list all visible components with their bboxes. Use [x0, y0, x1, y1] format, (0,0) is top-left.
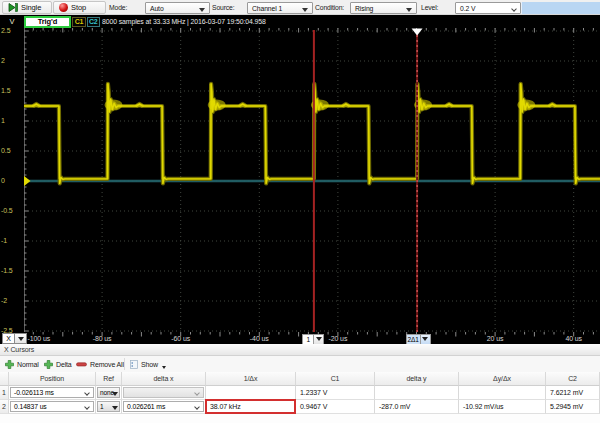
- plus-icon: [5, 360, 14, 369]
- header-rowlabel: [0, 372, 9, 386]
- source-value: Channel 1: [252, 5, 282, 12]
- stop-button-label: Stop: [71, 3, 86, 12]
- waveform-canvas[interactable]: [24, 28, 600, 344]
- stop-button[interactable]: Stop: [53, 1, 106, 14]
- add-delta-cursor-button[interactable]: Delta: [44, 358, 72, 370]
- header-delta-y[interactable]: delta y: [375, 372, 459, 386]
- mode-label: Mode:: [109, 4, 127, 11]
- row1-ref-select[interactable]: none: [97, 387, 120, 398]
- chevron-down-icon: [422, 337, 428, 341]
- y-axis-tick-label: -0.5: [1, 207, 23, 215]
- x-cursors-panel: X Cursors Normal Delta Remove All: [0, 344, 600, 423]
- row2-c2-cell: 5.2945 mV: [546, 400, 600, 414]
- chevron-down-icon: [316, 337, 322, 341]
- show-menu-label: Show: [141, 361, 158, 368]
- x-axis-tick-label: -40 us: [229, 335, 289, 343]
- cursor-tag-1[interactable]: 1: [302, 334, 324, 345]
- row2-ref-select[interactable]: 1: [97, 401, 120, 412]
- header-delta-x[interactable]: delta x: [122, 372, 206, 386]
- show-columns-icon: [130, 360, 138, 369]
- header-dydx[interactable]: Δy/Δx: [459, 372, 546, 386]
- mode-select[interactable]: Auto: [145, 2, 210, 14]
- cursor-tag-2Δ1[interactable]: 2Δ1: [406, 334, 431, 345]
- cursor-row-1: 1 -0.026113 ms none: [0, 386, 600, 400]
- level-input[interactable]: 0.2 V: [455, 2, 521, 14]
- row2-position-input[interactable]: 0.14837 us: [10, 401, 94, 412]
- source-select[interactable]: Channel 1: [247, 2, 313, 14]
- stop-icon: [59, 3, 68, 12]
- y-axis-unit-label: V: [0, 17, 24, 26]
- header-c1[interactable]: C1: [296, 372, 375, 386]
- x-axis-tick-label: -60 us: [151, 335, 211, 343]
- chevron-down-icon: [162, 366, 166, 369]
- trigger-status-badge: Trig'd: [24, 16, 71, 28]
- toolbar-separator: [124, 358, 125, 370]
- row1-inv-dx-cell: [206, 386, 296, 400]
- scope-plot-area[interactable]: 2.521.510.50-0.5-1-1.5-2-2.5 X -100 us-8…: [0, 28, 600, 344]
- row1-ref-cell: none: [96, 386, 122, 400]
- header-position[interactable]: Position: [9, 372, 96, 386]
- chevron-down-icon: [112, 392, 118, 396]
- x-axis-tick-label: 40 us: [544, 335, 600, 343]
- plus-icon: [44, 360, 53, 369]
- add-delta-cursor-label: Delta: [56, 361, 72, 368]
- single-button-label: Single: [21, 3, 41, 12]
- header-inv-dx[interactable]: 1/Δx: [206, 372, 296, 386]
- status-bar: V Trig'd C1 C2 8000 samples at 33.33 MHz…: [0, 15, 600, 28]
- show-menu-button[interactable]: Show: [130, 358, 166, 370]
- remove-all-cursors-button[interactable]: Remove All: [76, 358, 124, 370]
- y-axis-tick-label: 1.5: [1, 87, 23, 95]
- y-axis-tick-label: 2.5: [1, 27, 23, 35]
- chevron-down-icon: [194, 404, 200, 410]
- row1-position-input[interactable]: -0.026113 ms: [10, 387, 94, 398]
- row1-index: 1: [0, 386, 9, 400]
- sample-info-text: 8000 samples at 33.33 MHz | 2016-03-07 1…: [102, 18, 266, 25]
- cursors-table: Position Ref delta x 1/Δx C1 delta y Δy/…: [0, 372, 600, 414]
- y-axis-tick-label: 0.5: [1, 147, 23, 155]
- row1-c1-cell: 1.2337 V: [296, 386, 375, 400]
- toolbar-extra-field[interactable]: [521, 2, 600, 14]
- row1-delta-y-cell: [375, 386, 459, 400]
- minus-icon: [76, 362, 87, 367]
- chevron-down-icon: [84, 390, 90, 396]
- cursors-table-header: Position Ref delta x 1/Δx C1 delta y Δy/…: [0, 372, 600, 386]
- header-ref[interactable]: Ref: [96, 372, 122, 386]
- tab-channel2[interactable]: C2: [87, 17, 100, 28]
- row2-inv-dx-value: 38.07 kHz: [210, 403, 241, 410]
- add-normal-cursor-button[interactable]: Normal: [5, 358, 39, 370]
- row1-position-cell: -0.026113 ms: [9, 386, 96, 400]
- y-axis-tick-label: -2: [1, 297, 23, 305]
- chevron-down-icon: [406, 8, 412, 12]
- trigger-status-text: Trig'd: [38, 17, 58, 26]
- row2-delta-x-value: 0.026261 ms: [127, 403, 165, 410]
- y-axis-tick-label: 0: [1, 177, 23, 185]
- condition-value: Rising: [355, 5, 373, 12]
- row2-ref-cell: 1: [96, 400, 122, 414]
- row1-delta-x-input[interactable]: [123, 387, 204, 398]
- row2-dydx-cell: -10.92 mV/us: [459, 400, 546, 414]
- channel2-tab-label: C2: [89, 18, 98, 25]
- cursor-tag-label: 2Δ1: [406, 334, 421, 345]
- x-axis-unit-select[interactable]: X: [2, 333, 27, 344]
- chevron-down-icon: [112, 406, 118, 410]
- header-c2[interactable]: C2: [546, 372, 600, 386]
- cursor-tag-arrow[interactable]: [421, 334, 431, 345]
- level-value: 0.2 V: [460, 5, 475, 12]
- row2-c1-cell: 0.9467 V: [296, 400, 375, 414]
- condition-select[interactable]: Rising: [350, 2, 417, 14]
- chevron-down-icon: [302, 8, 308, 12]
- condition-label: Condition:: [315, 4, 344, 11]
- trigger-toolbar: Single Stop Mode: Auto Source: Channel 1…: [0, 0, 600, 15]
- cursor-tag-arrow[interactable]: [314, 334, 324, 345]
- mode-value: Auto: [150, 5, 164, 12]
- row2-ref-value: 1: [100, 403, 104, 410]
- x-axis-unit-arrow[interactable]: [15, 333, 27, 344]
- row2-position-value: 0.14837 us: [14, 403, 47, 410]
- y-axis-tick-label: -1: [1, 237, 23, 245]
- level-label: Level:: [421, 4, 438, 11]
- row2-index: 2: [0, 400, 9, 414]
- tab-channel1[interactable]: C1: [72, 17, 86, 28]
- single-button[interactable]: Single: [2, 1, 52, 14]
- row2-delta-x-input[interactable]: 0.026261 ms: [123, 401, 204, 412]
- oscilloscope-window: Single Stop Mode: Auto Source: Channel 1…: [0, 0, 600, 423]
